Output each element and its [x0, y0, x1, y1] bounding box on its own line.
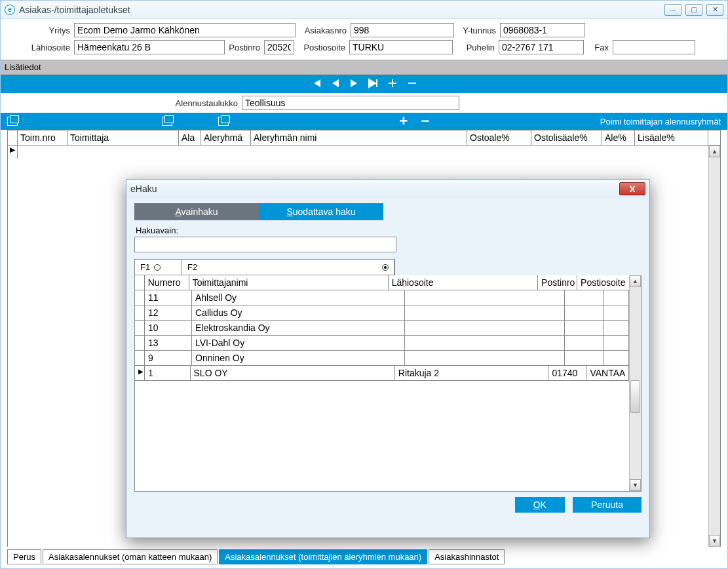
- main-table-header: Toim.nro Toimittaja Ala Aleryhmä Aleryhm…: [7, 130, 721, 146]
- cell-postiosoite: VANTAA: [586, 366, 629, 381]
- tab-asiakashinnastot[interactable]: Asiakashinnastot: [429, 549, 505, 564]
- toolbar-remove-icon[interactable]: −: [421, 113, 429, 130]
- cell-numero: 11: [145, 290, 192, 305]
- radio-f2[interactable]: F2: [182, 260, 394, 275]
- cell-postiosoite: [604, 321, 629, 336]
- radio-f1[interactable]: F1: [135, 260, 182, 275]
- cell-numero: 12: [145, 305, 192, 321]
- th-ostoale[interactable]: Ostoale%: [467, 130, 531, 145]
- th-scroll-gap: [708, 130, 720, 145]
- lisatiedot-section: Lisätiedot: [1, 60, 727, 75]
- dialog-body: Avainhaku Suodattava haku Hakuavain: F1 …: [126, 198, 649, 538]
- cell-postinro: [565, 321, 604, 336]
- th-ostolisaale[interactable]: Ostolisäale%: [531, 130, 602, 145]
- haku-dialog: e Haku X Avainhaku Suodattava haku Hakua…: [126, 179, 650, 538]
- grid-row[interactable]: 11Ahlsell Oy: [135, 290, 641, 305]
- radio-f1-dot: [154, 264, 161, 271]
- th-ale[interactable]: Ale%: [602, 130, 635, 145]
- header-form: Yritys Asiakasnro Y-tunnus Lähiosoite Po…: [1, 19, 727, 60]
- th-ala[interactable]: Ala: [179, 130, 201, 145]
- results-grid: Numero Toimittajanimi Lähiosoite Postinr…: [134, 275, 642, 492]
- postinro-field[interactable]: [264, 40, 294, 54]
- radio-row: F1 F2: [134, 259, 395, 275]
- lahiosoite-field[interactable]: [74, 40, 225, 54]
- puhelin-field[interactable]: [499, 40, 584, 54]
- row-indicator-head: [8, 130, 18, 145]
- maximize-button[interactable]: ▢: [685, 4, 702, 16]
- alennus-row: Alennustaulukko: [1, 93, 727, 113]
- grid-row[interactable]: 13LVI-Dahl Oy: [135, 336, 641, 351]
- dialog-close-button[interactable]: X: [619, 182, 645, 195]
- next-record-icon[interactable]: [349, 78, 358, 90]
- prev-record-icon[interactable]: [331, 78, 340, 90]
- tab-avainhaku[interactable]: Avainhaku: [134, 203, 259, 220]
- grid-row[interactable]: 10Elektroskandia Oy: [135, 321, 641, 336]
- th-aleryhma[interactable]: Aleryhmä: [201, 130, 251, 145]
- app-icon: e: [5, 5, 15, 15]
- first-record-icon[interactable]: [311, 78, 322, 90]
- tab-asiakasalennukset-toimittajien[interactable]: Asiakasalennukset (toimittajien aleryhmi…: [219, 549, 427, 564]
- grid-scroll-down-icon[interactable]: ▼: [630, 479, 641, 491]
- toolbar-add-icon[interactable]: +: [400, 113, 408, 130]
- cell-lahiosoite: [405, 321, 565, 336]
- bottom-tabs: Perus Asiakasalennukset (oman katteen mu…: [1, 547, 727, 568]
- delete-record-icon[interactable]: [407, 78, 417, 90]
- grid-row-indicator: [135, 351, 145, 366]
- th-toimittaja[interactable]: Toimittaja: [67, 130, 179, 145]
- postinro-label: Postinro: [225, 43, 264, 52]
- grid-row[interactable]: ▶1SLO OYRitakuja 201740VANTAA: [135, 366, 641, 381]
- cell-postiosoite: [604, 336, 629, 351]
- alennustaulukko-field[interactable]: [242, 96, 459, 110]
- grid-scroll-thumb[interactable]: [630, 380, 640, 413]
- th-toimnro[interactable]: Toim.nro: [18, 130, 67, 145]
- hakuavain-input[interactable]: [134, 237, 396, 252]
- grid-scrollbar[interactable]: ▲ ▼: [629, 275, 641, 491]
- main-scrollbar[interactable]: ▲ ▼: [708, 146, 720, 547]
- close-button[interactable]: ✕: [706, 4, 723, 16]
- cell-postinro: 01740: [548, 366, 586, 381]
- alennustaulukko-label: Alennustaulukko: [7, 98, 242, 108]
- scroll-down-icon[interactable]: ▼: [709, 535, 720, 547]
- cell-postinro: [565, 305, 604, 321]
- fax-field[interactable]: [613, 40, 695, 54]
- tab-perus[interactable]: Perus: [7, 549, 41, 564]
- gh-toimittajanimi[interactable]: Toimittajanimi: [189, 275, 389, 290]
- dialog-tabs: Avainhaku Suodattava haku: [134, 203, 642, 220]
- asiakasnro-field[interactable]: [351, 23, 454, 37]
- poimi-link[interactable]: Poimi toimittajan alennusryhmät: [600, 117, 721, 127]
- dialog-app-icon: e: [130, 184, 136, 194]
- th-aleryhman-nimi[interactable]: Aleryhmän nimi: [251, 130, 467, 145]
- minimize-button[interactable]: ─: [664, 4, 681, 16]
- toolbar-window-icon-2[interactable]: [162, 117, 172, 126]
- cell-postinro: [565, 290, 604, 305]
- grid-row-indicator: [135, 321, 145, 336]
- fax-label: Fax: [584, 43, 613, 52]
- grid-row-indicator: ▶: [135, 366, 145, 381]
- dialog-title: Haku: [136, 184, 157, 194]
- cancel-button[interactable]: Peruuta: [573, 497, 642, 513]
- scroll-up-icon[interactable]: ▲: [709, 146, 720, 157]
- gh-postiosoite[interactable]: Postiosoite: [577, 275, 629, 290]
- last-record-icon[interactable]: [368, 78, 378, 90]
- tab-suodattava[interactable]: Suodattava haku: [259, 203, 383, 220]
- postiosoite-field[interactable]: [349, 40, 453, 54]
- gh-lahiosoite[interactable]: Lähiosoite: [389, 275, 538, 290]
- ytunnus-field[interactable]: [500, 23, 585, 37]
- th-lisaale[interactable]: Lisäale%: [635, 130, 708, 145]
- tab-asiakasalennukset-oma[interactable]: Asiakasalennukset (oman katteen mukaan): [43, 549, 218, 564]
- yritys-field[interactable]: [74, 23, 296, 37]
- ok-button[interactable]: OK: [515, 497, 565, 513]
- gh-postinro[interactable]: Postinro: [538, 275, 577, 290]
- grid-scroll-up-icon[interactable]: ▲: [630, 275, 641, 287]
- toolbar-window-icon-1[interactable]: [7, 117, 18, 126]
- radio-f1-label: F1: [140, 262, 150, 272]
- cell-postinro: [565, 336, 604, 351]
- gh-numero[interactable]: Numero: [145, 275, 189, 290]
- toolbar-window-icon-3[interactable]: [218, 117, 229, 126]
- add-record-icon[interactable]: [387, 78, 398, 90]
- grid-row[interactable]: 12Callidus Oy: [135, 305, 641, 321]
- grid-row[interactable]: 9Onninen Oy: [135, 351, 641, 366]
- radio-f2-label: F2: [187, 262, 197, 272]
- cell-nimi: SLO OY: [191, 366, 395, 381]
- yritys-label: Yritys: [7, 26, 74, 35]
